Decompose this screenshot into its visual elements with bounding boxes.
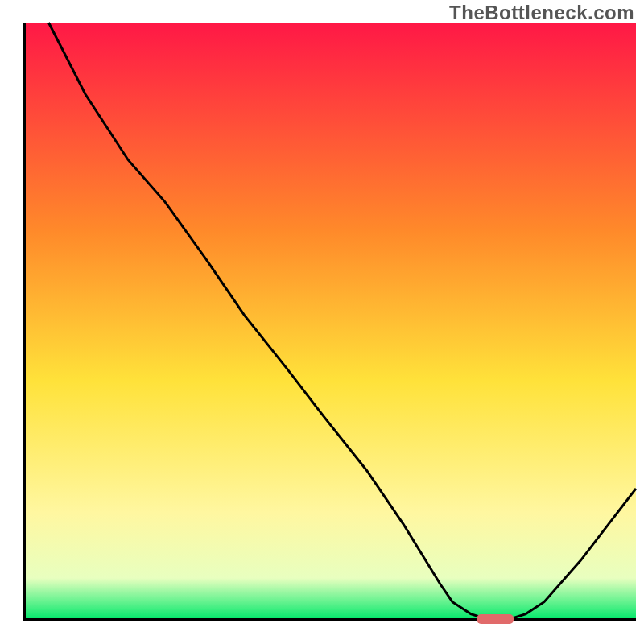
watermark-text: TheBottleneck.com	[449, 2, 634, 24]
chart-container: { "watermark": "TheBottleneck.com", "col…	[0, 0, 644, 644]
optimal-marker	[477, 614, 514, 624]
chart-svg	[0, 0, 644, 644]
plot-gradient	[24, 23, 636, 620]
